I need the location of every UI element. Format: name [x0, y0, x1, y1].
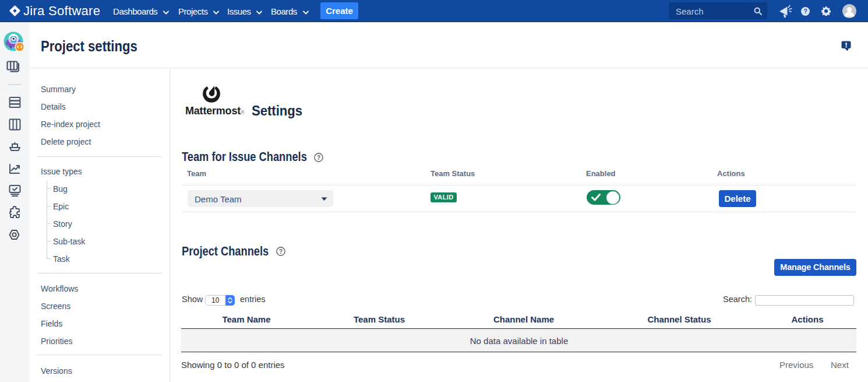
- svg-text:?: ?: [317, 154, 320, 161]
- svg-text:?: ?: [279, 248, 283, 255]
- svg-text:?: ?: [803, 8, 807, 15]
